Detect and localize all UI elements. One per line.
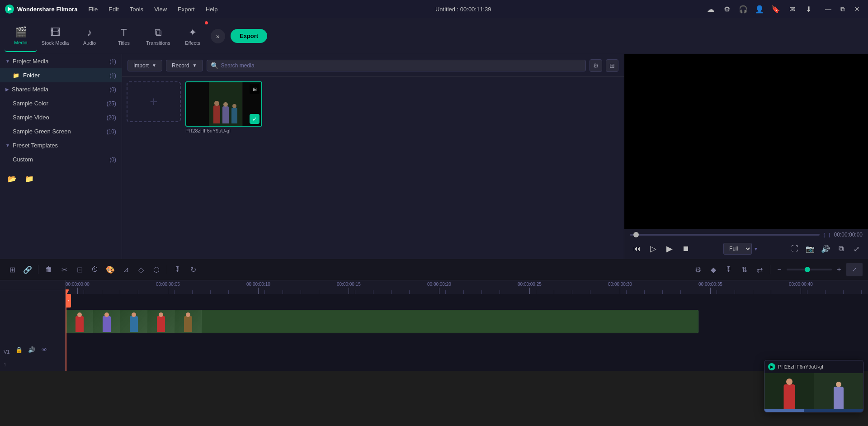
- timeline-ripple-btn[interactable]: ↻: [186, 263, 200, 276]
- sidebar-item-project-media[interactable]: ▼ Project Media (1): [0, 54, 122, 68]
- filter-button[interactable]: ⚙: [590, 59, 602, 72]
- resize-icon[interactable]: ⤢: [850, 242, 863, 255]
- ruler-tick-minor: [355, 290, 355, 294]
- download-icon[interactable]: ⬇: [802, 3, 815, 15]
- mini-preview-header: ▶ PH28zHF6nY9uU-gl: [764, 360, 863, 373]
- ruler-tick-minor: [843, 290, 844, 294]
- menu-view[interactable]: View: [150, 4, 171, 14]
- playhead: [66, 294, 66, 371]
- check-icon: ✓: [250, 114, 259, 124]
- toolbar-separator-2: [167, 265, 167, 274]
- play-frame-button[interactable]: ▷: [646, 241, 660, 256]
- timeline-cut-btn[interactable]: ✂: [57, 263, 71, 276]
- tool-effects[interactable]: ✦ Effects: [176, 20, 209, 52]
- minimize-button[interactable]: —: [822, 3, 835, 15]
- sidebar-item-custom[interactable]: Custom (0): [0, 152, 122, 166]
- menu-export[interactable]: Export: [173, 4, 199, 14]
- timeline-add-track-btn[interactable]: ⊞: [5, 263, 19, 276]
- ruler-tick-minor: [120, 290, 120, 294]
- ruler-tick-minor: [463, 290, 464, 294]
- play-button[interactable]: ▶: [662, 241, 677, 256]
- menu-tools[interactable]: Tools: [125, 4, 148, 14]
- restore-button[interactable]: ⧉: [836, 3, 849, 15]
- import-placeholder[interactable]: +: [127, 81, 181, 122]
- full-screen-icon[interactable]: ⛶: [788, 242, 801, 255]
- timeline-marker-btn[interactable]: ◆: [707, 263, 720, 276]
- bookmark-icon[interactable]: 🔖: [769, 3, 782, 15]
- search-input[interactable]: [221, 62, 582, 69]
- sidebar-item-sample-color[interactable]: Sample Color (25): [0, 96, 122, 110]
- timeline-sort-btn[interactable]: ⇅: [737, 263, 751, 276]
- tool-transitions[interactable]: ⧉ Transitions: [142, 20, 175, 52]
- preview-slider[interactable]: [630, 234, 820, 236]
- cloud-icon[interactable]: ☁: [704, 3, 717, 15]
- timeline-tracks[interactable]: 00:00:00:00 00:00:00:05 00:00:00:10 00:0…: [66, 280, 868, 371]
- menu-file[interactable]: File: [84, 4, 102, 14]
- mail-icon[interactable]: ✉: [786, 3, 798, 15]
- import-button[interactable]: Import ▼: [127, 60, 162, 71]
- timeline-delete-btn[interactable]: 🗑: [42, 263, 56, 276]
- media-thumb-ph28[interactable]: ⊞ ✓: [185, 81, 262, 127]
- mini-preview-play-icon[interactable]: ▶: [768, 363, 775, 370]
- tool-audio[interactable]: ♪ Audio: [73, 20, 106, 52]
- tool-titles[interactable]: T Titles: [108, 20, 140, 52]
- step-back-button[interactable]: ⏮: [630, 241, 644, 256]
- timeline-clip-v1[interactable]: [66, 310, 698, 333]
- timeline-stabilize-btn[interactable]: ⊿: [119, 263, 132, 276]
- sidebar-item-preset-templates[interactable]: ▼ Preset Templates: [0, 138, 122, 152]
- zoom-out-button[interactable]: −: [774, 264, 785, 275]
- ruler-tick-minor: [192, 290, 193, 294]
- record-label: Record: [172, 62, 189, 69]
- settings-icon[interactable]: ⚙: [721, 3, 733, 15]
- timeline-record-btn[interactable]: 🎙: [722, 263, 736, 276]
- speaker-icon[interactable]: 🔊: [819, 242, 832, 255]
- preset-templates-arrow-icon: ▼: [5, 143, 10, 148]
- timeline-ruler: 00:00:00:00 00:00:00:05 00:00:00:10 00:0…: [66, 280, 868, 294]
- timeline-link-btn[interactable]: 🔗: [21, 263, 34, 276]
- account-icon[interactable]: 👤: [753, 3, 766, 15]
- timeline-keyframe-btn[interactable]: ◇: [134, 263, 148, 276]
- mini-frame-1: [764, 373, 814, 409]
- sidebar-item-sample-video[interactable]: Sample Video (20): [0, 110, 122, 124]
- app-logo-icon: [5, 4, 14, 14]
- picture-in-picture-icon[interactable]: ⧉: [835, 242, 847, 255]
- timeline-speed-btn[interactable]: ⏱: [88, 263, 102, 276]
- ruler-tick-minor: [644, 290, 645, 294]
- timeline-settings-btn[interactable]: ⚙: [691, 263, 705, 276]
- new-folder-icon[interactable]: 📂: [5, 172, 19, 185]
- sidebar-item-sample-green-screen[interactable]: Sample Green Screen (10): [0, 124, 122, 138]
- stop-button[interactable]: ⏹: [679, 241, 693, 256]
- ruler-line-major-5: [529, 288, 530, 294]
- zoom-in-button[interactable]: +: [834, 264, 844, 275]
- ruler-label-8: 00:00:00:40: [789, 282, 813, 287]
- headset-icon[interactable]: 🎧: [737, 3, 750, 15]
- import-folder-icon[interactable]: 📁: [23, 172, 36, 185]
- sidebar-item-shared-media[interactable]: ▶ Shared Media (0): [0, 82, 122, 96]
- sidebar-item-folder[interactable]: 📁 Folder (1): [0, 68, 122, 82]
- app-name: Wondershare Filmora: [17, 6, 77, 13]
- titles-icon: T: [121, 27, 127, 38]
- zoom-slider[interactable]: [787, 269, 832, 270]
- timeline-crop-btn[interactable]: ⊡: [73, 263, 86, 276]
- camera-icon[interactable]: 📷: [804, 242, 816, 255]
- timeline-audio-btn[interactable]: 🎙: [171, 263, 184, 276]
- timeline-swap-btn[interactable]: ⇄: [753, 263, 766, 276]
- quality-select[interactable]: Full 1/2 1/4 Auto: [723, 243, 752, 255]
- timeline-full-btn[interactable]: ⤢: [846, 263, 863, 276]
- menu-edit[interactable]: Edit: [104, 4, 123, 14]
- ruler-tick-1: 00:00:00:05: [156, 282, 180, 294]
- more-tools-button[interactable]: »: [211, 29, 225, 43]
- shared-media-arrow-icon: ▶: [5, 87, 9, 92]
- timeline-mask-btn[interactable]: ⬡: [150, 263, 163, 276]
- tool-stock-media[interactable]: 🎞 Stock Media: [39, 20, 71, 52]
- tool-media[interactable]: 🎬 Media: [5, 20, 37, 52]
- track-audio-btn[interactable]: 🔊: [27, 345, 37, 355]
- timeline-color-btn[interactable]: 🎨: [104, 263, 117, 276]
- track-eye-btn[interactable]: 👁: [39, 345, 49, 355]
- record-button[interactable]: Record ▼: [166, 60, 203, 71]
- close-button[interactable]: ✕: [851, 3, 863, 15]
- menu-help[interactable]: Help: [201, 4, 222, 14]
- grid-view-button[interactable]: ⊞: [606, 59, 618, 72]
- export-button[interactable]: Export: [231, 29, 267, 43]
- track-lock-btn[interactable]: 🔒: [14, 345, 24, 355]
